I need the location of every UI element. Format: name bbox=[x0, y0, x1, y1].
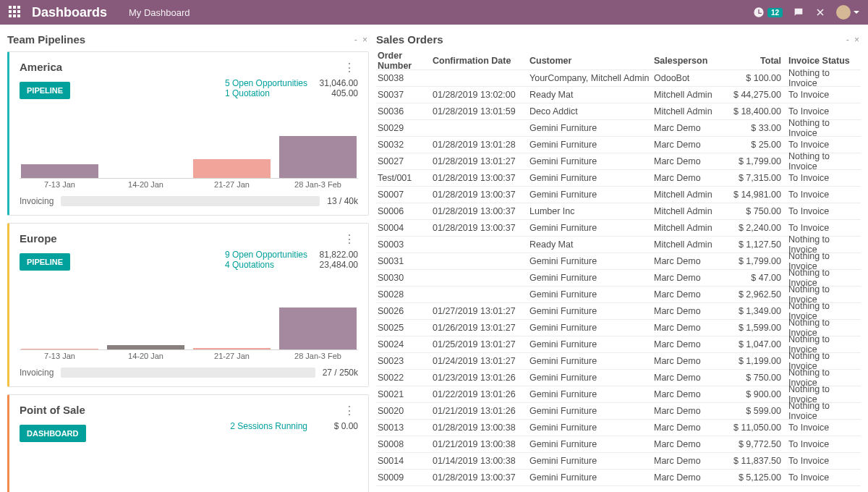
chart-bar[interactable] bbox=[279, 308, 357, 349]
cell-salesperson: OdooBot bbox=[654, 73, 725, 83]
cell-salesperson: Mitchell Admin bbox=[654, 90, 725, 100]
table-row[interactable]: S0027 01/28/2019 13:01:27 Gemini Furnitu… bbox=[376, 153, 861, 170]
cell-customer: Gemini Furniture bbox=[529, 173, 654, 183]
cell-customer: Gemini Furniture bbox=[529, 456, 654, 466]
cell-total: $ 11,050.00 bbox=[725, 423, 781, 433]
cell-customer: Gemini Furniture bbox=[529, 273, 654, 283]
table-row[interactable]: S0008 01/21/2019 13:00:38 Gemini Furnitu… bbox=[376, 436, 861, 453]
cell-total: $ 18,400.00 bbox=[725, 106, 781, 116]
card-menu-button[interactable]: ⋮ bbox=[341, 61, 358, 75]
axis-label: 7-13 Jan bbox=[21, 352, 98, 360]
breadcrumb[interactable]: My Dashboard bbox=[129, 7, 190, 18]
cell-invoice: Nothing to Invoice bbox=[781, 151, 861, 171]
cell-order: S0004 bbox=[376, 223, 433, 233]
panel-title: Sales Orders bbox=[376, 33, 443, 46]
chart-bar[interactable] bbox=[107, 345, 184, 349]
table-row[interactable]: S0038 YourCompany, Mitchell Admin OdooBo… bbox=[376, 70, 861, 87]
cell-order: S0021 bbox=[376, 389, 433, 399]
table-row[interactable]: S0007 01/28/2019 13:00:37 Gemini Furnitu… bbox=[376, 187, 861, 203]
cell-date: 01/21/2019 13:01:26 bbox=[433, 406, 529, 416]
chart-bar[interactable] bbox=[193, 348, 271, 349]
table-row[interactable]: S0014 01/14/2019 13:00:38 Gemini Furnitu… bbox=[376, 453, 861, 470]
stat-link[interactable]: 1 Quotation bbox=[225, 88, 270, 98]
table-row[interactable]: S0037 01/28/2019 13:02:00 Ready Mat Mitc… bbox=[376, 87, 861, 103]
cell-total: $ 5,125.00 bbox=[725, 472, 781, 483]
cell-date: 01/28/2019 13:00:37 bbox=[433, 223, 529, 233]
cell-salesperson: Marc Demo bbox=[654, 156, 725, 166]
cell-customer: Gemini Furniture bbox=[529, 373, 654, 383]
activity-button[interactable]: 12 bbox=[753, 7, 783, 18]
chart-bar[interactable] bbox=[21, 164, 98, 178]
close-icon[interactable] bbox=[814, 7, 826, 18]
cell-date: 01/26/2019 13:01:27 bbox=[433, 323, 529, 333]
card-menu-button[interactable]: ⋮ bbox=[341, 404, 358, 417]
table-row[interactable]: Test/001 01/28/2019 13:00:37 Gemini Furn… bbox=[376, 170, 861, 187]
cell-date: 01/28/2019 13:00:38 bbox=[433, 423, 529, 433]
cell-customer: Gemini Furniture bbox=[529, 323, 654, 333]
cell-order: S0008 bbox=[376, 439, 433, 449]
avatar bbox=[836, 5, 851, 20]
col-order[interactable]: Order Number bbox=[376, 51, 433, 71]
apps-icon[interactable] bbox=[9, 6, 22, 19]
pipeline-button[interactable]: PIPELINE bbox=[20, 82, 70, 99]
col-date[interactable]: Confirmation Date bbox=[433, 56, 529, 66]
cell-date: 01/28/2019 13:02:00 bbox=[433, 90, 529, 100]
cell-customer: Gemini Furniture bbox=[529, 472, 654, 483]
table-row[interactable]: S0009 01/28/2019 13:00:37 Gemini Furnitu… bbox=[376, 470, 861, 486]
cell-customer: Gemini Furniture bbox=[529, 356, 654, 366]
cell-order: S0003 bbox=[376, 239, 433, 250]
table-row[interactable]: S0006 01/28/2019 13:00:37 Lumber Inc Mit… bbox=[376, 203, 861, 220]
pipeline-button[interactable]: PIPELINE bbox=[20, 253, 70, 271]
chart-bar[interactable] bbox=[193, 159, 271, 178]
card-title: America bbox=[20, 61, 62, 73]
cell-order: S0036 bbox=[376, 106, 433, 116]
col-total[interactable]: Total bbox=[725, 56, 781, 66]
user-menu[interactable] bbox=[836, 5, 859, 20]
chart-bar[interactable] bbox=[21, 349, 98, 349]
cell-customer: Gemini Furniture bbox=[529, 156, 654, 166]
stat-link[interactable]: 4 Quotations bbox=[225, 260, 274, 270]
cell-salesperson: Marc Demo bbox=[654, 289, 725, 300]
cell-invoice: Nothing to Invoice bbox=[781, 401, 861, 421]
chat-icon[interactable] bbox=[793, 7, 804, 18]
panel-collapse-button[interactable]: - × bbox=[354, 35, 369, 45]
cell-date: 01/24/2019 13:01:27 bbox=[433, 356, 529, 366]
cell-salesperson: Marc Demo bbox=[654, 306, 725, 316]
table-row[interactable]: S0029 Gemini Furniture Marc Demo $ 33.00… bbox=[376, 120, 861, 137]
cell-salesperson: Mitchell Admin bbox=[654, 190, 725, 200]
col-customer[interactable]: Customer bbox=[529, 56, 654, 66]
cell-order: S0031 bbox=[376, 256, 433, 266]
cell-customer: Deco Addict bbox=[529, 106, 654, 116]
panel-collapse-button[interactable]: - × bbox=[846, 35, 861, 45]
clock-icon bbox=[753, 7, 765, 18]
pipeline-button[interactable]: DASHBOARD bbox=[20, 425, 86, 442]
table-row[interactable]: S0013 01/28/2019 13:00:38 Gemini Furnitu… bbox=[376, 420, 861, 436]
cell-date: 01/23/2019 13:01:26 bbox=[433, 373, 529, 383]
stat-link[interactable]: 9 Open Opportunities bbox=[225, 250, 307, 260]
team-card: Point of Sale ⋮ DASHBOARD 2 Sessions Run… bbox=[7, 394, 369, 492]
cell-salesperson: Marc Demo bbox=[654, 323, 725, 333]
cell-order: S0023 bbox=[376, 356, 433, 366]
cell-total: $ 25.00 bbox=[725, 140, 781, 150]
stat-link[interactable]: 5 Open Opportunities bbox=[225, 78, 307, 88]
cell-total: $ 750.00 bbox=[725, 373, 781, 383]
cell-date: 01/28/2019 13:00:37 bbox=[433, 173, 529, 183]
cell-customer: Ready Mat bbox=[529, 90, 654, 100]
cell-total: $ 7,315.00 bbox=[725, 173, 781, 183]
col-salesperson[interactable]: Salesperson bbox=[654, 56, 725, 66]
card-menu-button[interactable]: ⋮ bbox=[341, 232, 358, 246]
stat-value: 405.00 bbox=[307, 88, 358, 98]
cell-order: Test/001 bbox=[376, 173, 433, 183]
stat-link[interactable]: 2 Sessions Running bbox=[230, 421, 307, 431]
chart-bar[interactable] bbox=[279, 136, 357, 178]
invoicing-progress[interactable] bbox=[61, 368, 315, 378]
cell-total: $ 1,799.00 bbox=[725, 156, 781, 166]
cell-customer: Gemini Furniture bbox=[529, 389, 654, 399]
cell-salesperson: Mitchell Admin bbox=[654, 106, 725, 116]
cell-order: S0028 bbox=[376, 289, 433, 300]
invoicing-progress[interactable] bbox=[61, 196, 320, 206]
cell-total: $ 2,962.50 bbox=[725, 289, 781, 300]
cell-total: $ 1,799.00 bbox=[725, 256, 781, 266]
table-row[interactable]: S0020 01/21/2019 13:01:26 Gemini Furnitu… bbox=[376, 403, 861, 420]
col-invoice[interactable]: Invoice Status bbox=[781, 56, 861, 66]
